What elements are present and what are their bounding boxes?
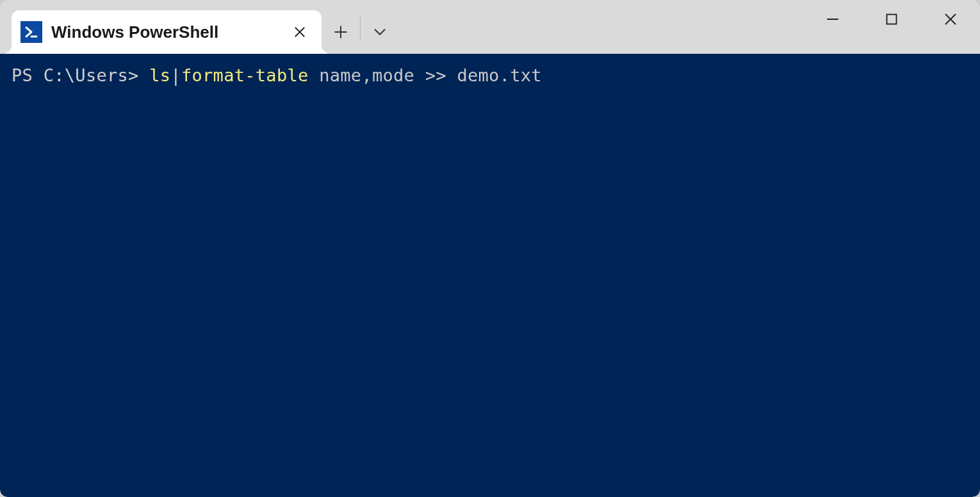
svg-rect-2	[887, 15, 897, 24]
command-format-table: format-table	[181, 65, 309, 85]
tab-close-button[interactable]	[287, 19, 313, 45]
minimize-button[interactable]	[803, 0, 862, 38]
comma: ,	[361, 65, 372, 85]
maximize-button[interactable]	[862, 0, 921, 38]
argument-mode: mode	[372, 65, 414, 85]
command-ls: ls	[149, 65, 170, 85]
output-file: demo.txt	[457, 65, 541, 85]
pipe-operator: |	[170, 65, 181, 85]
tab-powershell[interactable]: Windows PowerShell	[12, 10, 322, 54]
argument-name: name	[319, 65, 361, 85]
window-controls	[803, 0, 980, 38]
redirect-operator: >>	[425, 65, 446, 85]
powershell-window: Windows PowerShell PS	[0, 0, 980, 497]
tab-strip: Windows PowerShell	[0, 10, 399, 54]
tab-dropdown-button[interactable]	[361, 10, 399, 54]
space	[446, 65, 457, 85]
powershell-icon	[20, 21, 42, 43]
terminal-output[interactable]: PS C:\Users> ls|format-table name,mode >…	[0, 54, 980, 497]
space	[414, 65, 425, 85]
tab-title: Windows PowerShell	[51, 22, 287, 42]
title-bar[interactable]: Windows PowerShell	[0, 0, 980, 54]
space	[309, 65, 320, 85]
close-window-button[interactable]	[921, 0, 980, 38]
prompt-text: PS C:\Users>	[12, 65, 149, 85]
